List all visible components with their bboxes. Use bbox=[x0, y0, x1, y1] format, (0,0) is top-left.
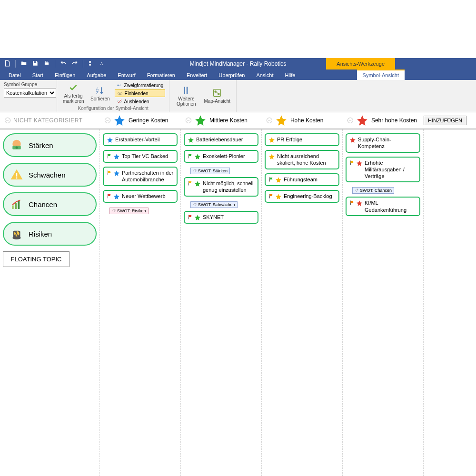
swot-opportunities[interactable]: Chancen bbox=[3, 192, 97, 216]
svg-point-8 bbox=[117, 85, 119, 86]
col-low-cost[interactable]: − Geringe Kosten bbox=[100, 114, 181, 127]
card[interactable]: Erstanbieter-Vorteil bbox=[103, 133, 178, 146]
titlebar: A Mindjet MindManager - Rally Robotics A… bbox=[0, 58, 476, 69]
card[interactable]: PR Erfolge bbox=[265, 133, 339, 146]
menu-tabs: Datei Start Einfügen Aufgabe Entwurf For… bbox=[0, 69, 476, 80]
tab-hilfe[interactable]: Hilfe bbox=[279, 70, 301, 80]
card-text: Erstanbieter-Vorteil bbox=[115, 136, 160, 143]
svg-point-10 bbox=[119, 93, 120, 94]
star-icon bbox=[194, 180, 201, 187]
growth-icon bbox=[10, 197, 24, 211]
floating-topic[interactable]: FLOATING TOPIC bbox=[3, 251, 69, 267]
board: Stärken Schwächen Chancen Risiken FLOATI… bbox=[0, 129, 476, 476]
svg-point-16 bbox=[215, 91, 216, 92]
tab-einfuegen[interactable]: Einfügen bbox=[49, 70, 81, 80]
flag-icon bbox=[268, 193, 274, 199]
svg-rect-23 bbox=[12, 206, 14, 209]
tab-ansicht[interactable]: Ansicht bbox=[250, 70, 279, 80]
card-text: Engineering-Backlog bbox=[284, 193, 332, 199]
swot-strengths[interactable]: Stärken bbox=[3, 133, 97, 157]
card-text: Top Tier VC Backed bbox=[122, 153, 168, 159]
app-title: Mindjet MindManager - Rally Robotics bbox=[190, 60, 287, 67]
card[interactable]: Exoskelett-Pionier bbox=[184, 150, 258, 163]
flag-icon bbox=[188, 214, 193, 220]
col-high-cost[interactable]: − Hohe Kosten bbox=[262, 114, 343, 127]
flag-icon bbox=[188, 153, 193, 159]
branch-format-button[interactable]: Zweigformatierung bbox=[115, 82, 166, 89]
show-button[interactable]: Einblenden bbox=[115, 89, 166, 97]
svg-text:A: A bbox=[100, 62, 103, 66]
card[interactable]: Neuer Wettbewerb bbox=[103, 190, 178, 203]
star-icon bbox=[268, 153, 275, 160]
svg-rect-1 bbox=[45, 62, 49, 65]
svg-rect-24 bbox=[15, 203, 17, 209]
svg-rect-25 bbox=[18, 201, 20, 209]
card[interactable]: Erhöhte Militärausgaben / Verträge bbox=[346, 157, 420, 183]
tab-aufgabe[interactable]: Aufgabe bbox=[81, 70, 112, 80]
card[interactable]: Engineering-Backlog bbox=[265, 190, 339, 203]
more-options-button[interactable]: Weitere Optionen bbox=[173, 85, 199, 108]
card[interactable]: Nicht möglich, schnell genug einzustelle… bbox=[184, 177, 258, 197]
card[interactable]: SKYNET bbox=[184, 211, 258, 224]
svg-rect-3 bbox=[89, 61, 91, 63]
svg-text:Z: Z bbox=[96, 90, 99, 95]
format-icon[interactable] bbox=[88, 60, 95, 68]
flag-icon bbox=[188, 180, 193, 186]
save-icon[interactable] bbox=[32, 60, 39, 68]
flag-icon bbox=[107, 170, 112, 176]
tab-erweitert[interactable]: Erweitert bbox=[181, 70, 213, 80]
col-veryhigh-cost[interactable]: − Sehr hohe Kosten bbox=[343, 114, 424, 127]
tab-ueberpruefen[interactable]: Überprüfen bbox=[213, 70, 250, 80]
new-file-icon[interactable] bbox=[4, 60, 10, 68]
symbol-group-combo[interactable]: Kostenkalkulation bbox=[4, 88, 56, 98]
tab-start[interactable]: Start bbox=[27, 70, 49, 80]
lane-veryhigh-cost: Supply-Chain-KompetenzErhöhte Militäraus… bbox=[343, 129, 424, 476]
star-icon bbox=[275, 177, 282, 183]
card[interactable]: KI/ML Gedankenführung bbox=[346, 197, 420, 216]
star-icon bbox=[275, 114, 288, 127]
card[interactable]: Partnerschaften in der Automobilbranche bbox=[103, 167, 178, 186]
tab-datei[interactable]: Datei bbox=[3, 70, 27, 80]
swot-weaknesses[interactable]: Schwächen bbox=[3, 163, 97, 187]
warning-icon bbox=[10, 168, 24, 182]
map-view-button[interactable]: Map-Ansicht bbox=[202, 87, 232, 105]
uncategorized-label: NICHT KATEGORISIERT bbox=[13, 117, 83, 124]
flag-icon bbox=[349, 200, 355, 206]
tab-entwurf[interactable]: Entwurf bbox=[112, 70, 141, 80]
lane-mid-cost: BatterielebensdauerExoskelett-PionierSWO… bbox=[181, 129, 262, 476]
tab-symbol-ansicht[interactable]: Symbol-Ansicht bbox=[357, 69, 405, 80]
redo-icon[interactable] bbox=[71, 60, 78, 68]
svg-rect-14 bbox=[187, 87, 188, 94]
open-icon[interactable] bbox=[20, 60, 27, 68]
swot-tag: SWOT: Risiken bbox=[109, 208, 149, 214]
column-headers: − NICHT KATEGORISIERT − Geringe Kosten −… bbox=[0, 112, 476, 129]
card-text: Partnerschaften in der Automobilbranche bbox=[122, 169, 174, 183]
swot-risks[interactable]: Risiken bbox=[3, 222, 97, 246]
card[interactable]: Supply-Chain-Kompetenz bbox=[346, 133, 420, 153]
card[interactable]: Nicht ausreichend skaliert, hohe Kosten bbox=[265, 150, 339, 169]
tag-icon bbox=[193, 169, 197, 173]
col-mid-cost[interactable]: − Mittlere Kosten bbox=[181, 114, 262, 127]
tab-formatieren[interactable]: Formatieren bbox=[141, 70, 181, 80]
add-column-button[interactable]: HINZUFÜGEN bbox=[424, 116, 466, 125]
hide-button[interactable]: Ausblenden bbox=[115, 98, 166, 105]
print-icon[interactable] bbox=[43, 60, 50, 68]
star-icon bbox=[194, 153, 201, 160]
collapse-icon[interactable]: − bbox=[5, 118, 10, 123]
card[interactable]: Batterielebensdauer bbox=[184, 133, 258, 146]
tools-icon[interactable]: A bbox=[99, 60, 106, 68]
svg-rect-0 bbox=[34, 61, 36, 63]
card[interactable]: Führungsteam bbox=[265, 173, 339, 186]
star-icon bbox=[107, 137, 113, 143]
swot-tag: SWOT: Stärken bbox=[190, 168, 230, 174]
sort-button[interactable]: AZ Sortieren bbox=[89, 85, 112, 102]
svg-rect-21 bbox=[16, 173, 18, 177]
svg-rect-13 bbox=[184, 87, 185, 94]
star-icon bbox=[356, 160, 363, 167]
card[interactable]: Top Tier VC Backed bbox=[103, 150, 178, 163]
star-icon bbox=[356, 114, 368, 127]
swot-tag: SWOT: Schwächen bbox=[190, 201, 238, 208]
undo-icon[interactable] bbox=[60, 60, 67, 68]
star-icon bbox=[349, 137, 356, 143]
mark-done-button[interactable]: Als fertig markieren bbox=[61, 82, 86, 105]
